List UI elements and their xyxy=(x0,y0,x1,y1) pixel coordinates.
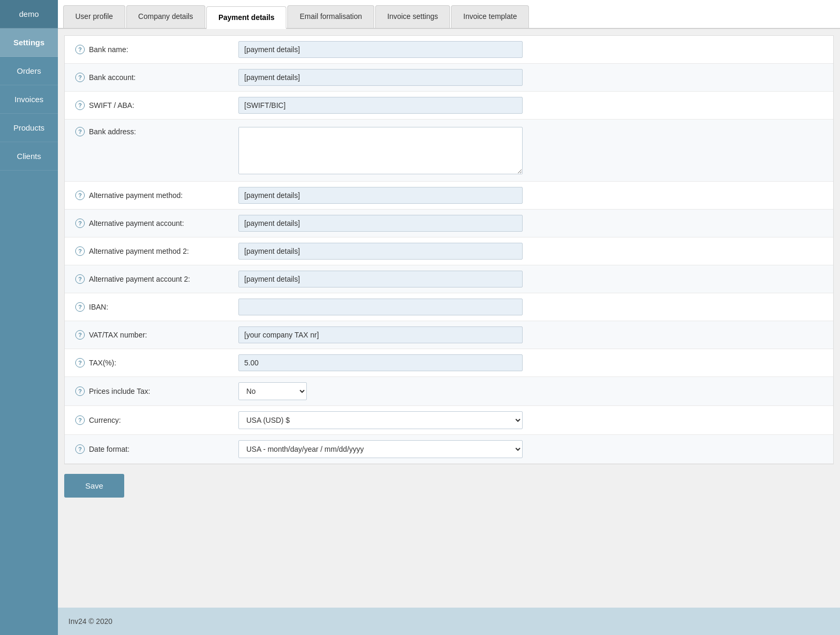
bank-account-input-wrapper xyxy=(238,69,823,86)
alt-payment-method-2-input-wrapper xyxy=(238,243,823,260)
bank-address-textarea[interactable] xyxy=(238,127,523,174)
tab-invoice-template[interactable]: Invoice template xyxy=(451,5,529,28)
footer: Inv24 © 2020 xyxy=(58,608,840,635)
date-format-label: ? Date format: xyxy=(75,444,238,454)
alt-payment-account-input-wrapper xyxy=(238,215,823,232)
field-row-vat-tax: ? VAT/TAX number: xyxy=(65,321,833,349)
alt-payment-method-2-help-icon[interactable]: ? xyxy=(75,246,85,256)
tab-payment-details[interactable]: Payment details xyxy=(206,6,287,29)
tab-invoice-settings[interactable]: Invoice settings xyxy=(375,5,451,28)
date-format-select[interactable]: USA - month/day/year / mm/dd/yyyy EU - d… xyxy=(238,440,523,458)
currency-select[interactable]: USA (USD) $ EUR € GBP £ xyxy=(238,411,523,429)
currency-label: ? Currency: xyxy=(75,415,238,425)
vat-tax-input-wrapper xyxy=(238,326,823,343)
save-button[interactable]: Save xyxy=(64,474,124,498)
tab-email-formalisation[interactable]: Email formalisation xyxy=(287,5,374,28)
alt-payment-method-2-label: ? Alternative payment method 2: xyxy=(75,246,238,256)
sidebar-item-orders[interactable]: Orders xyxy=(0,57,58,85)
sidebar-item-demo[interactable]: demo xyxy=(0,0,58,28)
field-row-currency: ? Currency: USA (USD) $ EUR € GBP £ xyxy=(65,406,833,435)
alt-payment-account-help-icon[interactable]: ? xyxy=(75,219,85,228)
bank-name-label: ? Bank name: xyxy=(75,45,238,54)
vat-tax-label: ? VAT/TAX number: xyxy=(75,330,238,340)
payment-details-form: ? Bank name: ? Bank account: ? SWIFT / A… xyxy=(64,35,834,464)
tab-bar: User profile Company details Payment det… xyxy=(58,0,840,29)
sidebar-item-clients[interactable]: Clients xyxy=(0,142,58,171)
alt-payment-method-input-wrapper xyxy=(238,187,823,204)
iban-input[interactable] xyxy=(238,299,523,315)
alt-payment-account-label: ? Alternative payment account: xyxy=(75,219,238,228)
bank-account-help-icon[interactable]: ? xyxy=(75,73,85,82)
alt-payment-account-2-input[interactable] xyxy=(238,271,523,287)
tax-percent-label: ? TAX(%): xyxy=(75,358,238,368)
vat-tax-input[interactable] xyxy=(238,326,523,343)
bank-name-input[interactable] xyxy=(238,41,523,58)
alt-payment-account-2-input-wrapper xyxy=(238,271,823,287)
iban-label: ? IBAN: xyxy=(75,302,238,312)
save-area: Save xyxy=(58,464,840,507)
field-row-date-format: ? Date format: USA - month/day/year / mm… xyxy=(65,435,833,464)
alt-payment-account-2-label: ? Alternative payment account 2: xyxy=(75,274,238,284)
sidebar-item-settings[interactable]: Settings xyxy=(0,28,58,57)
field-row-alt-payment-method-2: ? Alternative payment method 2: xyxy=(65,237,833,265)
field-row-alt-payment-account-2: ? Alternative payment account 2: xyxy=(65,265,833,293)
prices-include-tax-select-wrapper: No Yes xyxy=(238,382,823,400)
bank-name-input-wrapper xyxy=(238,41,823,58)
currency-help-icon[interactable]: ? xyxy=(75,415,85,425)
prices-include-tax-label: ? Prices include Tax: xyxy=(75,386,238,396)
alt-payment-method-input[interactable] xyxy=(238,187,523,204)
alt-payment-method-help-icon[interactable]: ? xyxy=(75,191,85,200)
field-row-tax-percent: ? TAX(%): xyxy=(65,349,833,377)
iban-input-wrapper xyxy=(238,299,823,315)
tab-user-profile[interactable]: User profile xyxy=(63,5,125,28)
bank-address-input-wrapper xyxy=(238,127,823,176)
swift-aba-label: ? SWIFT / ABA: xyxy=(75,101,238,110)
field-row-prices-include-tax: ? Prices include Tax: No Yes xyxy=(65,377,833,406)
bank-address-label: ? Bank address: xyxy=(75,127,238,136)
bank-address-help-icon[interactable]: ? xyxy=(75,127,85,136)
swift-aba-input-wrapper xyxy=(238,97,823,114)
bank-account-label: ? Bank account: xyxy=(75,73,238,82)
tax-percent-help-icon[interactable]: ? xyxy=(75,358,85,368)
currency-select-wrapper: USA (USD) $ EUR € GBP £ xyxy=(238,411,823,429)
field-row-alt-payment-account: ? Alternative payment account: xyxy=(65,210,833,237)
sidebar: demo Settings Orders Invoices Products C… xyxy=(0,0,58,635)
field-row-bank-account: ? Bank account: xyxy=(65,64,833,92)
alt-payment-method-label: ? Alternative payment method: xyxy=(75,191,238,200)
field-row-swift-aba: ? SWIFT / ABA: xyxy=(65,92,833,120)
tab-company-details[interactable]: Company details xyxy=(126,5,205,28)
footer-text: Inv24 © 2020 xyxy=(68,617,113,626)
tax-percent-input-wrapper xyxy=(238,354,823,371)
iban-help-icon[interactable]: ? xyxy=(75,302,85,312)
alt-payment-account-2-help-icon[interactable]: ? xyxy=(75,274,85,284)
prices-include-tax-select[interactable]: No Yes xyxy=(238,382,307,400)
swift-aba-input[interactable] xyxy=(238,97,523,114)
field-row-bank-name: ? Bank name: xyxy=(65,36,833,64)
date-format-select-wrapper: USA - month/day/year / mm/dd/yyyy EU - d… xyxy=(238,440,823,458)
vat-tax-help-icon[interactable]: ? xyxy=(75,330,85,340)
main-content: User profile Company details Payment det… xyxy=(58,0,840,635)
alt-payment-account-input[interactable] xyxy=(238,215,523,232)
swift-aba-help-icon[interactable]: ? xyxy=(75,101,85,110)
alt-payment-method-2-input[interactable] xyxy=(238,243,523,260)
bank-name-help-icon[interactable]: ? xyxy=(75,45,85,54)
bank-account-input[interactable] xyxy=(238,69,523,86)
date-format-help-icon[interactable]: ? xyxy=(75,444,85,454)
field-row-alt-payment-method: ? Alternative payment method: xyxy=(65,182,833,210)
tax-percent-input[interactable] xyxy=(238,354,523,371)
prices-include-tax-help-icon[interactable]: ? xyxy=(75,386,85,396)
sidebar-item-invoices[interactable]: Invoices xyxy=(0,85,58,114)
sidebar-item-products[interactable]: Products xyxy=(0,114,58,142)
field-row-iban: ? IBAN: xyxy=(65,293,833,321)
field-row-bank-address: ? Bank address: xyxy=(65,120,833,182)
